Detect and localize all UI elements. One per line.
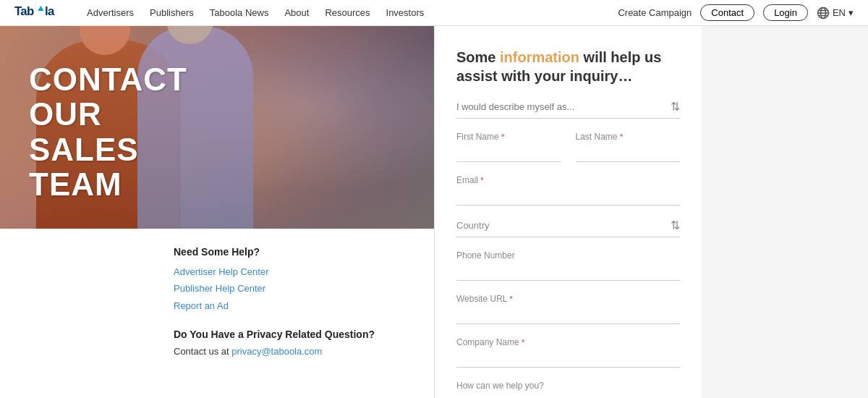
main-layout: CONTACT OUR SALES TEAM Need Some Help? A… [0, 26, 868, 398]
form-heading: Some information will help us assist wit… [456, 48, 680, 85]
website-required: * [509, 295, 512, 303]
help-textarea[interactable] [456, 392, 680, 398]
help-label: How can we help you? [456, 381, 680, 391]
first-name-field: First Name * [456, 132, 561, 162]
company-required: * [522, 338, 524, 347]
publisher-help-link[interactable]: Publisher Help Center [174, 280, 405, 297]
email-label: Email * [456, 175, 680, 185]
company-label: Company Name * [456, 337, 680, 347]
first-name-input[interactable] [456, 143, 561, 157]
last-name-input[interactable] [576, 143, 681, 157]
email-field: Email * [456, 175, 680, 206]
login-button[interactable]: Login [763, 4, 808, 21]
website-input[interactable] [456, 305, 680, 319]
country-select-row: Country ⇅ [456, 219, 680, 232]
hero-line4: TEAM [29, 167, 187, 202]
first-name-required: * [501, 132, 504, 141]
report-ad-link[interactable]: Report an Ad [174, 297, 405, 314]
hero-line1: CONTACT [29, 62, 187, 97]
privacy-heading: Do You Have a Privacy Related Question? [174, 329, 405, 340]
heading-highlight: information [500, 49, 579, 65]
left-area: CONTACT OUR SALES TEAM Need Some Help? A… [0, 26, 434, 398]
globe-icon [817, 7, 830, 20]
describe-select-row: ⇅ [456, 100, 680, 114]
nav-investors[interactable]: Investors [386, 7, 425, 18]
phone-field: Phone Number [456, 250, 680, 281]
email-required: * [480, 176, 483, 185]
country-arrow-icon: ⇅ [671, 219, 680, 232]
help-textarea-field: How can we help you? ⤡ [456, 381, 680, 398]
website-label: Website URL * [456, 294, 680, 304]
phone-label: Phone Number [456, 250, 680, 261]
svg-text:la: la [45, 4, 55, 17]
hero-text: CONTACT OUR SALES TEAM [29, 62, 187, 203]
nav-advertisers[interactable]: Advertisers [87, 7, 134, 18]
first-name-label: First Name * [456, 132, 561, 142]
privacy-text-prefix: Contact us at [174, 346, 231, 357]
language-selector[interactable]: EN ▾ [817, 7, 854, 20]
nav-resources[interactable]: Resources [325, 7, 370, 18]
country-label: Country [456, 220, 490, 231]
contact-button[interactable]: Contact [700, 4, 754, 21]
right-area: Some information will help us assist wit… [434, 26, 702, 398]
help-section: Need Some Help? Advertiser Help Center P… [174, 246, 405, 314]
last-name-label: Last Name * [576, 132, 681, 142]
nav-links: Advertisers Publishers Taboola News Abou… [87, 7, 618, 18]
phone-input[interactable] [456, 262, 680, 276]
nav-about[interactable]: About [284, 7, 309, 18]
logo[interactable]: Tab la [14, 3, 65, 23]
heading-part1: Some [456, 49, 500, 65]
website-field: Website URL * [456, 294, 680, 324]
privacy-email-link[interactable]: privacy@taboola.com [231, 346, 322, 357]
company-input[interactable] [456, 349, 680, 363]
name-row: First Name * Last Name * [456, 132, 680, 175]
describe-input[interactable] [456, 100, 671, 114]
help-heading: Need Some Help? [174, 246, 405, 258]
company-field: Company Name * [456, 337, 680, 368]
hero-line3: SALES [29, 132, 187, 167]
nav-taboola-news[interactable]: Taboola News [210, 7, 269, 18]
svg-text:Tab: Tab [14, 4, 34, 17]
describe-arrow-icon: ⇅ [671, 100, 680, 114]
bottom-info: Need Some Help? Advertiser Help Center P… [0, 229, 434, 398]
navbar: Tab la Advertisers Publishers Taboola Ne… [0, 0, 868, 26]
describe-field[interactable]: ⇅ [456, 100, 680, 119]
lang-chevron-icon: ▾ [848, 7, 854, 18]
create-campaign-link[interactable]: Create Campaign [618, 7, 692, 18]
privacy-text: Contact us at privacy@taboola.com [174, 344, 405, 359]
svg-marker-1 [38, 6, 43, 11]
country-field[interactable]: Country ⇅ [456, 219, 680, 237]
hero-image: CONTACT OUR SALES TEAM [0, 26, 434, 229]
form-panel: Some information will help us assist wit… [434, 26, 702, 398]
hero-line2: OUR [29, 97, 187, 132]
last-name-required: * [620, 132, 623, 141]
advertiser-help-link[interactable]: Advertiser Help Center [174, 263, 405, 280]
last-name-field: Last Name * [576, 132, 681, 162]
nav-publishers[interactable]: Publishers [150, 7, 194, 18]
email-input[interactable] [456, 187, 680, 200]
nav-right: Create Campaign Contact Login EN ▾ [618, 4, 854, 21]
privacy-section: Do You Have a Privacy Related Question? … [174, 329, 405, 359]
lang-label: EN [833, 7, 846, 18]
